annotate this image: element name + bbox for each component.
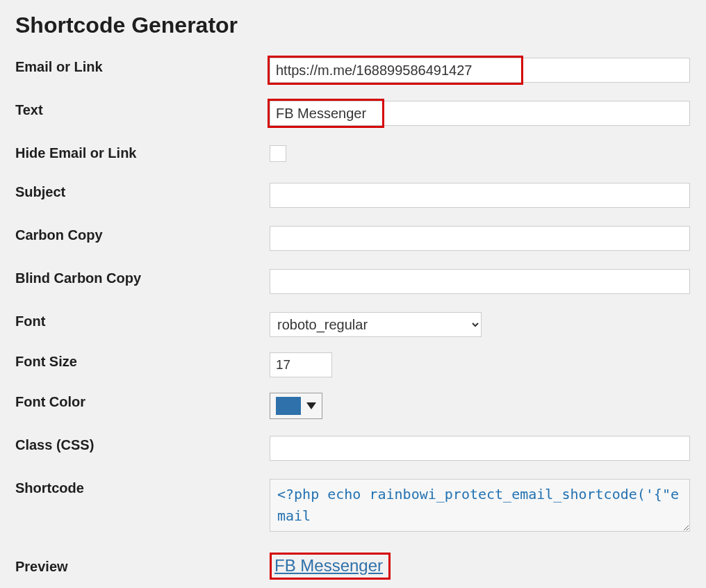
hide-checkbox[interactable]: [270, 145, 286, 162]
color-swatch: [276, 397, 301, 415]
label-cssclass: Class (CSS): [15, 436, 270, 453]
cssclass-input[interactable]: [270, 436, 690, 461]
label-email: Email or Link: [15, 58, 270, 75]
highlight-box-email: [268, 56, 523, 85]
label-fontsize: Font Size: [15, 352, 270, 370]
page-title: Shortcode Generator: [15, 13, 691, 38]
chevron-down-icon: [306, 402, 316, 409]
bcc-input[interactable]: [270, 269, 690, 294]
label-preview: Preview: [15, 557, 270, 575]
label-text: Text: [15, 101, 270, 118]
label-bcc: Blind Carbon Copy: [15, 269, 270, 286]
highlight-box-preview: FB Messenger: [270, 553, 391, 580]
label-subject: Subject: [15, 183, 270, 200]
fontsize-input[interactable]: [270, 352, 332, 377]
label-shortcode: Shortcode: [15, 479, 270, 496]
font-select[interactable]: roboto_regular: [270, 312, 482, 337]
label-fontcolor: Font Color: [15, 393, 270, 410]
highlight-box-text: [268, 99, 384, 128]
preview-link[interactable]: FB Messenger: [274, 556, 383, 575]
label-cc: Carbon Copy: [15, 226, 270, 243]
subject-input[interactable]: [270, 183, 690, 208]
label-font: Font: [15, 312, 270, 329]
cc-input[interactable]: [270, 226, 690, 251]
label-hide: Hide Email or Link: [15, 144, 270, 161]
font-color-picker[interactable]: [270, 393, 322, 419]
shortcode-textarea[interactable]: <?php echo rainbowi_protect_email_shortc…: [270, 479, 690, 532]
